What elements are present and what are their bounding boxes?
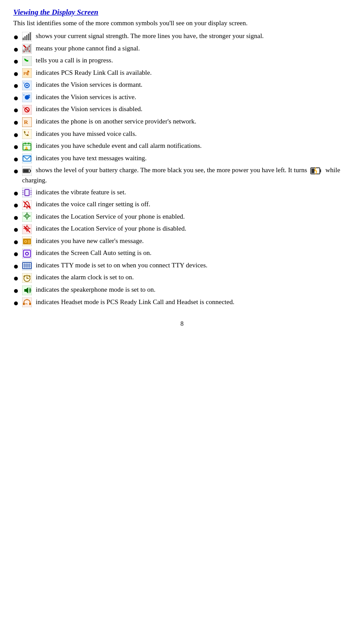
bullet: ● <box>13 56 19 66</box>
new-callers-message-icon <box>22 236 32 246</box>
svg-rect-88 <box>28 243 30 243</box>
vision-disabled-icon: V <box>22 105 32 115</box>
svg-rect-86 <box>28 240 30 241</box>
location-disabled-icon <box>22 224 32 234</box>
svg-rect-11 <box>26 47 27 52</box>
svg-text:🔔: 🔔 <box>24 146 28 150</box>
list-item: ● indicates the Location Service of your… <box>13 224 351 234</box>
svg-rect-51 <box>320 169 321 172</box>
svg-rect-9 <box>23 50 24 52</box>
svg-line-27 <box>28 96 30 96</box>
list-item: ● V indicates the Vision services is dor… <box>13 80 351 90</box>
battery-charging-icon <box>310 167 322 174</box>
svg-point-65 <box>27 207 28 208</box>
text-messages-icon <box>22 154 32 163</box>
page-number: 8 <box>13 320 351 328</box>
bullet: ● <box>13 188 19 197</box>
vision-active-icon: V <box>22 93 32 102</box>
svg-text:V: V <box>23 106 25 109</box>
bullet: ● <box>13 285 19 295</box>
bullet: ● <box>13 261 19 270</box>
list-item: ● indicates the voice call ringer settin… <box>13 200 351 210</box>
bullet: ● <box>13 236 19 246</box>
screen-call-auto-icon <box>22 249 32 259</box>
bullet: ● <box>13 224 19 234</box>
list-item: ● shows your current signal strength. Th… <box>13 31 351 42</box>
svg-point-69 <box>27 216 28 217</box>
bullet: ● <box>13 200 19 209</box>
vibrate-icon <box>22 188 32 197</box>
bullet: ● <box>13 154 19 163</box>
svg-line-28 <box>28 97 30 98</box>
list-item: ● indicates you have text messages waiti… <box>13 154 351 164</box>
svg-text:PL: PL <box>25 303 28 305</box>
svg-text:V: V <box>23 82 25 85</box>
svg-rect-52 <box>311 169 314 173</box>
list-item: ● indicates the Location Service of your… <box>13 212 351 222</box>
headset-mode-icon: PL <box>22 297 32 307</box>
bullet: ● <box>13 31 19 41</box>
svg-rect-10 <box>24 48 26 52</box>
list-item: ● V indicates the Vision services is act… <box>13 93 351 103</box>
svg-rect-12 <box>28 46 29 52</box>
list-item: ● indicates the alarm clock is set to on… <box>13 273 351 283</box>
bullet: ● <box>13 297 19 307</box>
svg-point-85 <box>25 241 27 242</box>
bullet: ● <box>13 80 19 90</box>
vision-dormant-icon: V <box>22 81 32 90</box>
bullet: ● <box>13 166 19 175</box>
icon-list: ● shows your current signal strength. Th… <box>13 31 351 307</box>
intro-text: This list identifies some of the more co… <box>13 19 351 27</box>
signal-strength-icon <box>22 32 32 42</box>
ringer-off-icon <box>22 200 32 210</box>
list-item: ● indicates the Screen Call Auto setting… <box>13 248 351 259</box>
svg-rect-4 <box>30 32 31 40</box>
svg-rect-13 <box>30 44 31 52</box>
svg-rect-1 <box>24 36 26 40</box>
battery-icon <box>22 166 32 176</box>
list-item: ● V indicates the Vision services is dis… <box>13 104 351 115</box>
bullet: ● <box>13 212 19 222</box>
list-item: ● indicates the speakerphone mode is set… <box>13 285 351 295</box>
bullet: ● <box>13 117 19 127</box>
svg-text:V: V <box>23 94 25 96</box>
bullet: ● <box>13 273 19 282</box>
bullet: ● <box>13 129 19 139</box>
list-item: ● indicates the vibrate feature is set. <box>13 188 351 198</box>
svg-rect-44 <box>22 154 32 163</box>
svg-rect-92 <box>26 253 28 255</box>
svg-rect-48 <box>30 170 31 172</box>
list-item: ● indicates you have new caller's messag… <box>13 236 351 247</box>
list-item: ● tells you a call is in progress. <box>13 56 351 66</box>
list-item: ● means your phone cannot find a signal. <box>13 44 351 54</box>
svg-text:R: R <box>24 119 28 125</box>
list-item: ● PL indicates Headset mode is PCS Ready… <box>13 297 351 308</box>
speakerphone-icon <box>22 286 32 295</box>
list-item: ● PL indicates PCS Ready Link Call is av… <box>13 68 351 78</box>
bullet: ● <box>13 93 19 102</box>
svg-point-21 <box>26 85 28 86</box>
list-item: ● shows the level of your battery charge… <box>13 166 351 185</box>
tty-mode-icon <box>22 261 32 270</box>
bullet: ● <box>13 68 19 78</box>
roaming-icon: R <box>22 117 32 127</box>
bullet: ● <box>13 44 19 54</box>
svg-text:!: ! <box>28 131 29 134</box>
call-in-progress-icon <box>22 56 32 66</box>
bullet: ● <box>13 104 19 114</box>
alarm-clock-icon <box>22 273 32 283</box>
no-signal-icon <box>22 44 32 54</box>
pcs-ready-link-icon: PL <box>22 68 32 78</box>
list-item: ● 🔔 indicates you have schedule event an… <box>13 141 351 151</box>
schedule-event-icon: 🔔 <box>22 142 32 151</box>
list-item: ● indicates TTY mode is set to on when y… <box>13 261 351 271</box>
svg-rect-87 <box>28 241 30 242</box>
svg-rect-112 <box>29 303 31 305</box>
list-item: ● ! indicates you have missed voice call… <box>13 129 351 139</box>
bullet: ● <box>13 141 19 151</box>
svg-rect-111 <box>23 303 25 305</box>
location-enabled-icon <box>22 212 32 222</box>
svg-rect-2 <box>26 35 27 40</box>
svg-rect-36 <box>22 129 32 139</box>
svg-rect-0 <box>23 38 24 40</box>
